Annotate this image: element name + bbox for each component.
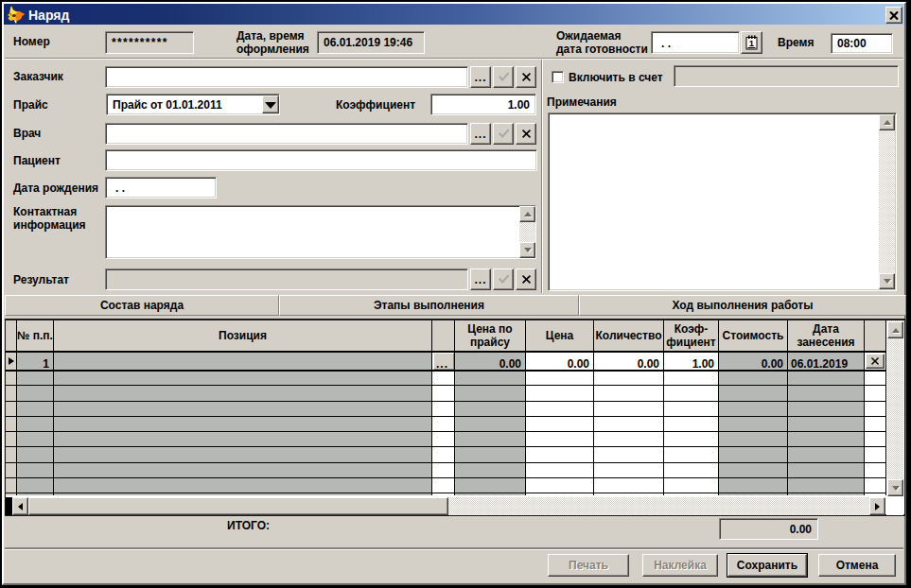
svg-text:1: 1 xyxy=(749,38,755,48)
